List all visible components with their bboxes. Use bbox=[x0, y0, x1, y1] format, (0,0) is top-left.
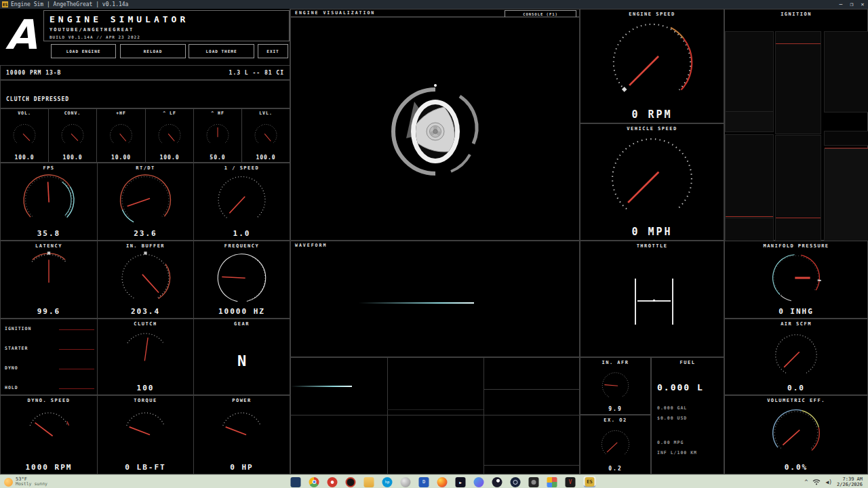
ignition-panel: IGNITION bbox=[724, 9, 868, 241]
ignition-event-line bbox=[776, 43, 821, 44]
ignition-plot bbox=[725, 218, 774, 242]
exit-button[interactable]: EXIT bbox=[258, 44, 288, 58]
grid-divider bbox=[484, 389, 580, 390]
opera-icon[interactable] bbox=[328, 477, 338, 487]
load-theme-button[interactable]: LOAD THEME bbox=[189, 44, 254, 58]
ignition-plot bbox=[824, 131, 868, 146]
indicator-hold[interactable]: HOLD bbox=[1, 384, 97, 392]
gauge-dial bbox=[1, 403, 97, 463]
gauge-dial bbox=[194, 403, 290, 463]
gauge-value: 0 RPM bbox=[631, 108, 672, 123]
ignition-plot bbox=[725, 134, 774, 219]
status-row: CLUTCH DEPRESSED bbox=[0, 80, 290, 108]
maximize-button[interactable]: ❐ bbox=[846, 1, 857, 7]
reload-button[interactable]: RELOAD bbox=[120, 44, 186, 58]
indicator-label: DYNO bbox=[5, 365, 18, 371]
engine-switch-panel: IGNITION STARTER DYNO HOLD bbox=[0, 319, 98, 395]
clock[interactable]: 7:39 AM 2/26/2026 bbox=[837, 476, 863, 487]
gauge-value: 203.4 bbox=[131, 307, 160, 318]
windows-taskbar: 53°F Mostly sunny hp D ▶ V ES ^ bbox=[0, 474, 868, 488]
gauge-exhaust-o2: EX. O2 0.2 bbox=[580, 415, 651, 474]
vegas-icon[interactable]: V bbox=[566, 477, 576, 487]
window-titlebar: ES Engine Sim | AngeTheGreat | v0.1.14a … bbox=[0, 0, 868, 9]
gauge-fps: FPS 35.8 bbox=[0, 163, 98, 241]
engine-sim-icon-tile: ES bbox=[585, 477, 595, 487]
gauge-dial bbox=[97, 116, 145, 155]
d-tile-app-icon[interactable]: D bbox=[419, 477, 429, 487]
gauge-dial bbox=[98, 249, 193, 307]
gauge-hf-cut: ^ HF 50.0 bbox=[193, 108, 242, 163]
gauge-value: 35.8 bbox=[37, 229, 61, 240]
gauge-value: 100 bbox=[137, 384, 155, 394]
hp-icon[interactable]: hp bbox=[382, 477, 393, 487]
gauge-value: 10000 HZ bbox=[218, 307, 265, 318]
gauge-label: DYNO. SPEED bbox=[28, 396, 71, 403]
chrome-icon[interactable] bbox=[309, 477, 319, 487]
gauge-dial bbox=[580, 17, 724, 108]
indicator-starter[interactable]: STARTER bbox=[1, 344, 97, 352]
minimize-button[interactable]: — bbox=[835, 1, 846, 7]
scope-trace bbox=[291, 386, 352, 387]
app-title: ENGINE SIMULATOR bbox=[44, 11, 289, 24]
office-grid-icon[interactable] bbox=[547, 477, 557, 487]
weather-widget[interactable]: 53°F Mostly sunny bbox=[4, 477, 47, 487]
grid-divider bbox=[484, 465, 580, 466]
load-engine-button[interactable]: LOAD ENGINE bbox=[51, 44, 116, 58]
gauge-value: 99.6 bbox=[37, 307, 61, 318]
gauge-convolution: CONV. 100.0 bbox=[48, 108, 97, 163]
gauge-value: 0 HP bbox=[230, 463, 254, 474]
paint-drop-icon[interactable] bbox=[474, 477, 484, 487]
wifi-icon[interactable] bbox=[812, 479, 821, 485]
gauge-label: ^ HF bbox=[211, 109, 224, 116]
indicator-dyno[interactable]: DYNO bbox=[1, 364, 97, 372]
sphere-app-icon[interactable] bbox=[401, 477, 411, 487]
engine-sim-taskbar-icon[interactable]: ES bbox=[584, 476, 596, 487]
gauge-dyno-speed: DYNO. SPEED 1000 RPM bbox=[0, 395, 98, 474]
app-header: A ENGINE SIMULATOR YOUTUBE/ANGETHEGREAT … bbox=[0, 9, 290, 65]
ignition-plot-column bbox=[725, 31, 774, 241]
gauge-value: 9.9 bbox=[608, 406, 622, 414]
title-block: ENGINE SIMULATOR YOUTUBE/ANGETHEGREAT BU… bbox=[43, 10, 290, 41]
steam-icon[interactable] bbox=[511, 477, 521, 487]
volume-icon[interactable]: ◀) bbox=[825, 479, 832, 485]
close-button[interactable]: ✕ bbox=[857, 1, 868, 7]
gauge-dial bbox=[194, 171, 290, 229]
gauge-input-buffer: IN. BUFFER 203.4 bbox=[97, 241, 194, 319]
gauge-rt-dt: RT/DT 23.6 bbox=[97, 163, 194, 241]
tray-date: 2/26/2026 bbox=[837, 482, 863, 487]
firefox-icon[interactable] bbox=[437, 477, 448, 487]
start-button[interactable] bbox=[273, 477, 283, 487]
gauge-dial bbox=[725, 327, 867, 384]
opera-gx-icon[interactable] bbox=[346, 477, 356, 487]
ignition-plot bbox=[725, 111, 774, 132]
gauge-inverse-speed: 1 / SPEED 1.0 bbox=[193, 163, 290, 241]
tray-chevron-icon[interactable]: ^ bbox=[805, 479, 808, 485]
gauge-value: 0.0% bbox=[785, 463, 808, 474]
app-subtitle: YOUTUBE/ANGETHEGREAT bbox=[44, 24, 289, 33]
taskbar-icons: hp D ▶ V ES bbox=[273, 475, 596, 488]
gauge-value: 100.0 bbox=[256, 155, 275, 162]
gauge-frequency: FREQUENCY 10000 HZ bbox=[193, 241, 290, 319]
indicator-ignition[interactable]: IGNITION bbox=[1, 325, 97, 333]
camera-app-icon[interactable] bbox=[529, 477, 539, 487]
waveform-trace bbox=[359, 302, 474, 304]
gauge-label: VOL. bbox=[18, 109, 31, 116]
ignition-plot bbox=[775, 135, 821, 219]
gauge-label: +HF bbox=[116, 109, 126, 116]
fuel-panel: FUEL 0.000 L 0.000 GAL $0.00 USD 0.00 MP… bbox=[651, 357, 724, 474]
fuel-l-per-100km: INF L/100 KM bbox=[657, 450, 697, 455]
gauge-label: FREQUENCY bbox=[224, 241, 259, 249]
viz-header: ENGINE VISUALIZATION CONSOLE (F1) bbox=[290, 9, 580, 17]
fuel-volume: 0.000 L bbox=[657, 382, 704, 392]
gauge-value: 23.6 bbox=[134, 229, 157, 240]
gauge-volume: VOL. 100.0 bbox=[0, 108, 49, 163]
fuel-mpg: 0.00 MPG bbox=[657, 440, 684, 445]
gauge-vehicle-speed: VEHICLE SPEED 0 MPH bbox=[580, 123, 724, 241]
video-player-icon[interactable]: ▶ bbox=[456, 477, 466, 487]
file-explorer-icon[interactable] bbox=[364, 477, 374, 487]
dark-sphere-app-icon[interactable] bbox=[492, 477, 502, 487]
media-app-icon[interactable] bbox=[291, 477, 301, 487]
scope-grid-panel bbox=[290, 357, 580, 474]
gauge-air-scfm: AIR SCFM 0.0 bbox=[724, 319, 868, 395]
ignition-plot bbox=[725, 31, 774, 113]
